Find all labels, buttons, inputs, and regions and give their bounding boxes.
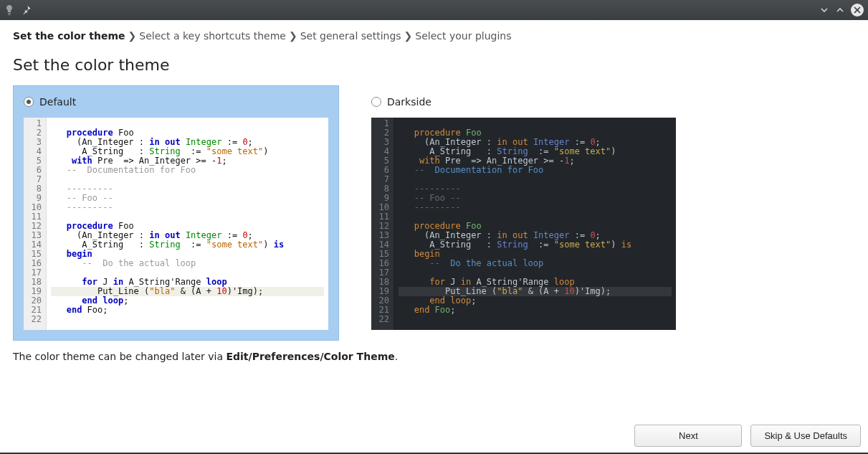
radio-darkside[interactable] (371, 97, 381, 107)
chevron-up-icon[interactable] (835, 5, 845, 15)
breadcrumb-step-3[interactable]: Set general settings (300, 30, 401, 42)
bulb-icon (4, 5, 14, 15)
theme-label-darkside: Darkside (387, 96, 431, 108)
breadcrumb-step-4[interactable]: Select your plugins (415, 30, 511, 42)
pin-icon[interactable] (22, 5, 32, 15)
theme-option-darkside[interactable]: Darkside 1234567891011121314151617181920… (361, 85, 687, 341)
theme-label-default: Default (39, 96, 76, 108)
page-title: Set the color theme (13, 56, 855, 74)
chevron-right-icon: ❯ (128, 30, 137, 42)
breadcrumb-step-1[interactable]: Set the color theme (13, 30, 125, 42)
chevron-right-icon: ❯ (404, 30, 413, 42)
breadcrumb-step-2[interactable]: Select a key shortcuts theme (139, 30, 286, 42)
chevron-right-icon: ❯ (289, 30, 297, 42)
chevron-down-icon[interactable] (819, 5, 829, 15)
breadcrumb: Set the color theme ❯ Select a key short… (13, 30, 855, 42)
titlebar (0, 0, 868, 20)
radio-default[interactable] (24, 97, 34, 107)
close-icon[interactable] (851, 4, 864, 16)
footnote: The color theme can be changed later via… (13, 351, 855, 362)
action-bar: Next Skip & Use Defaults (634, 425, 861, 447)
code-preview-darkside: 12345678910111213141516171819202122 proc… (371, 118, 676, 330)
next-button[interactable]: Next (634, 425, 742, 447)
skip-defaults-button[interactable]: Skip & Use Defaults (750, 425, 861, 447)
theme-option-default[interactable]: Default 12345678910111213141516171819202… (13, 85, 339, 341)
code-preview-default: 12345678910111213141516171819202122 proc… (24, 118, 328, 330)
